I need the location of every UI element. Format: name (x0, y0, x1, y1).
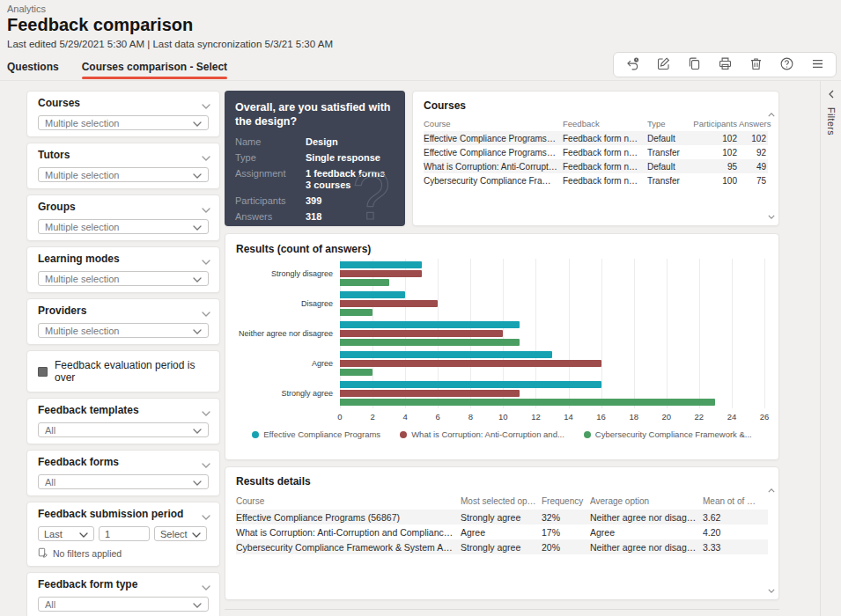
chevron-down-icon[interactable] (202, 508, 210, 524)
period-count-input[interactable] (99, 526, 150, 541)
chart-x-axis: 02468101214161820222426 (340, 412, 764, 424)
chevron-down-icon[interactable] (202, 201, 210, 216)
results-details-table: CourseMost selected optionFrequencyAvera… (236, 492, 768, 554)
period-type-select[interactable]: Last (38, 526, 94, 541)
courses-scrollbar[interactable] (767, 113, 776, 219)
table-row: What is Corruption: Anti-Corruption and … (236, 524, 768, 539)
table-cell: 17% (542, 527, 590, 538)
filter-title: Feedback templates (38, 405, 209, 416)
filter-title: Groups (38, 202, 209, 213)
table-row: Cybersecurity Compliance Framework & Sys… (236, 539, 768, 554)
table-cell: Neither agree nor disagree (590, 542, 703, 553)
chart-legend: Effective Compliance ProgramsWhat is Cor… (236, 429, 768, 439)
chevron-down-icon[interactable] (202, 404, 210, 420)
table-cell: Agree (590, 527, 703, 538)
table-cell: Transfer (647, 148, 690, 158)
axis-tick-label: 16 (596, 412, 606, 422)
table-cell: 4.20 (703, 527, 768, 538)
no-filters-text: No filters applied (53, 548, 122, 559)
field-label: Type (235, 152, 306, 164)
filter-title: Learning modes (38, 253, 209, 265)
chevron-down-icon[interactable] (202, 456, 210, 472)
chevron-down-icon[interactable] (202, 97, 210, 113)
chart-category-labels: Strongly disagreeDisagreeNeither agree n… (236, 259, 340, 408)
chevron-down-icon[interactable] (202, 253, 210, 268)
edit-button[interactable] (655, 57, 671, 73)
delete-button[interactable] (748, 57, 764, 73)
legend-item-what-is-corruption-anti-corruption-and[interactable]: What is Corruption: Anti-Corruption and.… (400, 429, 564, 439)
bar-group-strongly-disagree (340, 259, 764, 289)
table-cell: Transfer (647, 176, 690, 186)
tutors-select[interactable]: Multiple selection (38, 167, 209, 182)
field-label: Participants (235, 195, 306, 207)
filter-panel-feedback-templates: Feedback templatesAll (26, 398, 220, 444)
groups-select[interactable]: Multiple selection (38, 219, 209, 234)
table-cell: 102 (739, 134, 768, 143)
feedback-forms-select[interactable]: All (38, 474, 209, 489)
checkbox-row: Feedback evaluation period is over (38, 357, 209, 385)
legend-dot-icon (252, 431, 259, 438)
table-cell: What is Corruption: Anti-Corruption and … (424, 162, 563, 172)
providers-select[interactable]: Multiple selection (38, 323, 209, 338)
axis-tick-label: 2 (370, 412, 374, 422)
history-button[interactable] (624, 57, 640, 73)
axis-tick-label: 6 (436, 412, 440, 422)
copy-button[interactable] (686, 57, 702, 73)
column-header: Course (424, 119, 563, 128)
table-cell: Neither agree nor disagree (590, 512, 703, 523)
bar-effective-compliance-programs (340, 291, 405, 298)
chevron-down-icon (193, 222, 202, 232)
tab-courses-comparison-select[interactable]: Courses comparison - Select (82, 61, 227, 79)
details-scrollbar[interactable] (767, 488, 776, 593)
filter-title: Feedback submission period (38, 509, 209, 520)
svg-text:?: ? (352, 157, 390, 226)
table-cell: Effective Compliance Programs (56867) (424, 134, 563, 143)
table-cell: What is Corruption: Anti-Corruption and … (236, 527, 461, 538)
feedback-templates-select[interactable]: All (38, 422, 209, 437)
menu-button[interactable] (809, 57, 825, 73)
header-divider (0, 80, 841, 81)
select-value: Select (160, 529, 188, 539)
period-unit-select[interactable]: Select (154, 526, 207, 541)
courses-select[interactable]: Multiple selection (38, 115, 209, 130)
chart-plot-area (340, 259, 764, 408)
axis-tick-label: 22 (695, 412, 705, 422)
column-header: Type (647, 119, 690, 128)
axis-tick-label: 26 (760, 412, 770, 422)
category-label: Strongly agree (236, 378, 340, 408)
feedback-evaluation-checkbox[interactable] (38, 367, 48, 377)
courses-table: CourseFeedbackTypeParticipantsAnswersEff… (424, 116, 768, 187)
breadcrumb[interactable]: Analytics (7, 4, 46, 14)
filters-rail-toggle[interactable]: Filters (820, 81, 841, 616)
bar-group-neither-agree-nor-disagree (340, 319, 764, 348)
select-value: All (45, 477, 55, 488)
filter-panel-providers: ProvidersMultiple selection (26, 298, 220, 345)
help-button[interactable] (778, 57, 794, 73)
copy-icon (687, 56, 702, 74)
chevron-down-icon (192, 529, 201, 539)
table-cell: Feedback form name (563, 176, 647, 186)
table-header-row: CourseMost selected optionFrequencyAvera… (236, 492, 768, 510)
filter-panel-tutors: TutorsMultiple selection (26, 143, 220, 189)
legend-item-cybersecurity-compliance-framework[interactable]: Cybersecurity Compliance Framework &... (584, 429, 752, 439)
chevron-left-icon (829, 90, 834, 99)
chevron-down-icon[interactable] (202, 149, 210, 165)
table-cell: 3.33 (703, 542, 768, 553)
table-row: Effective Compliance Programs (56867)Fee… (424, 145, 768, 159)
bar-cybersecurity-compliance-framework (340, 369, 373, 376)
chevron-down-icon[interactable] (202, 578, 210, 594)
chevron-down-icon[interactable] (202, 304, 210, 320)
feedback-form-type-select[interactable]: All (38, 597, 209, 612)
select-value: Multiple selection (45, 170, 119, 180)
table-cell: Cybersecurity Compliance Framework & Sys… (424, 176, 563, 186)
bar-what-is-corruption-anti-corruption-and (340, 270, 422, 277)
print-button[interactable] (717, 57, 733, 73)
filter-panel-feedback-forms: Feedback formsAll (26, 450, 220, 496)
legend-item-effective-compliance-programs[interactable]: Effective Compliance Programs (252, 429, 380, 439)
axis-tick-label: 14 (564, 412, 573, 422)
table-cell: 95 (690, 162, 739, 172)
learning-modes-select[interactable]: Multiple selection (38, 271, 209, 286)
tab-questions[interactable]: Questions (7, 61, 59, 79)
table-row: What is Corruption: Anti-Corruption and … (424, 159, 768, 173)
filter-title: Providers (38, 305, 209, 317)
